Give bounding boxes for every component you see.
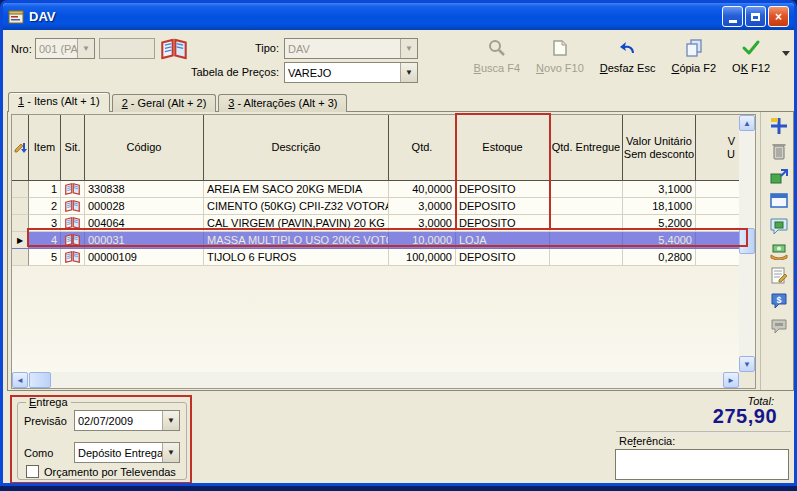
chevron-down-icon[interactable]: ▼	[77, 39, 94, 58]
side-toolbar-divider	[760, 112, 761, 390]
delete-item-icon[interactable]	[767, 139, 791, 163]
copy-icon	[684, 36, 704, 60]
dav-window: DAV × Nro: 001 (PA ▼ Tipo: DAV ▼ Tabela …	[0, 0, 797, 486]
close-button[interactable]: ×	[768, 6, 789, 27]
toolbar: Busca F4 Novo F10 Desfaz Esc Cópia F2 OK…	[466, 34, 778, 84]
scroll-right-icon[interactable]: ►	[723, 372, 739, 388]
previsao-date-combo[interactable]: 02/07/2009 ▼	[74, 410, 180, 431]
como-label: Como	[24, 447, 53, 459]
chevron-down-icon[interactable]: ▼	[162, 443, 179, 462]
entrega-group: Entrega Previsão 02/07/2009 ▼ Como Depós…	[17, 402, 187, 480]
side-toolbar: $	[765, 114, 793, 339]
maximize-button[interactable]	[745, 6, 766, 27]
table-row[interactable]: 5 00000109 TIJOLO 6 FUROS 100,0000 DEPOS…	[12, 249, 739, 266]
open-book-icon	[61, 232, 85, 249]
como-combo[interactable]: Depósito Entrega ▼	[74, 442, 180, 463]
grid-rows: 1 330838 AREIA EM SACO 20KG MEDIA 40,000…	[12, 181, 739, 266]
grid-header: Item Sit. Código Descrição Qtd. Estoque …	[12, 115, 739, 181]
nro-extra-field[interactable]	[99, 38, 155, 59]
vertical-scroll-thumb[interactable]	[739, 228, 755, 254]
referencia-label: Referência:	[619, 435, 675, 447]
table-row[interactable]: 2 000028 CIMENTO (50KG) CPII-Z32 VOTORA …	[12, 198, 739, 215]
grid-corner-cell[interactable]	[12, 115, 29, 181]
nro-label: Nro:	[11, 43, 32, 55]
itens-tab-page: Item Sit. Código Descrição Qtd. Estoque …	[7, 111, 794, 391]
items-grid: Item Sit. Código Descrição Qtd. Estoque …	[11, 114, 756, 389]
undo-icon	[617, 36, 639, 60]
pencil-sort-icon	[14, 141, 27, 154]
tab-geral[interactable]: 2 - Geral (Alt + 2)	[112, 94, 217, 112]
new-doc-icon	[551, 36, 569, 60]
col-header-item[interactable]: Item	[29, 115, 61, 181]
chevron-down-icon[interactable]: ▼	[400, 39, 417, 58]
note-balloon-icon[interactable]	[767, 214, 791, 238]
col-header-qtd[interactable]: Qtd.	[389, 115, 456, 181]
chevron-down-icon[interactable]: ▼	[162, 411, 179, 430]
col-header-descricao[interactable]: Descrição	[204, 115, 389, 181]
svg-text:$: $	[776, 295, 781, 305]
orcamento-televendas-checkbox[interactable]	[26, 465, 39, 478]
add-item-icon[interactable]	[767, 114, 791, 138]
col-header-clipped[interactable]: VU	[696, 115, 739, 181]
row-marker-icon: ▶	[12, 232, 29, 249]
open-book-icon	[61, 198, 85, 215]
previsao-value: 02/07/2009	[75, 415, 162, 427]
window-icon[interactable]	[767, 189, 791, 213]
col-header-estoque[interactable]: Estoque	[456, 115, 550, 181]
app-icon	[8, 9, 24, 25]
col-header-valor-unitario[interactable]: Valor UnitárioSem desconto	[623, 115, 696, 181]
scroll-down-icon[interactable]: ▼	[739, 356, 755, 372]
tabela-precos-label: Tabela de Preços:	[173, 66, 279, 78]
horizontal-scroll-thumb[interactable]	[29, 372, 51, 388]
check-icon	[741, 36, 761, 60]
table-row[interactable]: 1 330838 AREIA EM SACO 20KG MEDIA 40,000…	[12, 181, 739, 198]
orcamento-televendas-label: Orçamento por Televendas	[44, 466, 176, 478]
ok-button[interactable]: OK F12	[724, 34, 778, 84]
scroll-left-icon[interactable]: ◄	[12, 372, 28, 388]
reference-divider	[616, 431, 791, 433]
col-header-qtd-entregue[interactable]: Qtd. Entregue	[550, 115, 623, 181]
tabela-precos-combo[interactable]: VAREJO ▼	[284, 62, 418, 83]
como-value: Depósito Entrega	[75, 447, 162, 459]
catalog-book-icon[interactable]	[161, 38, 187, 60]
edit-document-icon[interactable]	[767, 264, 791, 288]
tipo-value: DAV	[285, 43, 400, 55]
col-header-sit[interactable]: Sit.	[61, 115, 85, 181]
tab-itens[interactable]: 1 - Itens (Alt + 1)	[8, 92, 110, 112]
open-book-icon	[61, 181, 85, 198]
nro-combo[interactable]: 001 (PA ▼	[35, 38, 95, 59]
toolbar-overflow-icon[interactable]	[782, 51, 790, 56]
screen: DAV × Nro: 001 (PA ▼ Tipo: DAV ▼ Tabela …	[0, 0, 797, 491]
table-row-selected[interactable]: ▶ 4 000031 MASSA MULTIPLO USO 20KG VOTO …	[12, 232, 739, 249]
open-book-icon	[61, 249, 85, 266]
nro-value: 001 (PA	[36, 43, 77, 55]
entrega-legend: Entrega	[26, 396, 71, 408]
tab-alteracoes[interactable]: 3 - Alterações (Alt + 3)	[218, 94, 347, 112]
title-bar[interactable]: DAV ×	[3, 3, 794, 30]
grid-horizontal-scrollbar[interactable]: ◄ ►	[12, 372, 739, 388]
search-icon	[487, 36, 507, 60]
window-title: DAV	[29, 9, 55, 24]
tab-strip: 1 - Itens (Alt + 1) 2 - Geral (Alt + 2) …	[8, 92, 349, 112]
tipo-combo[interactable]: DAV ▼	[284, 38, 418, 59]
open-book-icon	[61, 215, 85, 232]
stock-transfer-icon[interactable]	[767, 164, 791, 188]
price-balloon-icon[interactable]: $	[767, 289, 791, 313]
novo-button[interactable]: Novo F10	[528, 34, 592, 84]
previsao-label: Previsão	[24, 415, 67, 427]
table-row[interactable]: 3 004064 CAL VIRGEM (PAVIN,PAVIN) 20 KG …	[12, 215, 739, 232]
tipo-label: Tipo:	[233, 42, 279, 54]
minimize-button[interactable]	[722, 6, 743, 27]
scroll-up-icon[interactable]: ▲	[739, 115, 755, 131]
desfaz-button[interactable]: Desfaz Esc	[592, 34, 664, 84]
payment-hand-icon[interactable]	[767, 239, 791, 263]
chevron-down-icon[interactable]: ▼	[400, 63, 417, 82]
col-header-codigo[interactable]: Código	[85, 115, 204, 181]
copia-button[interactable]: Cópia F2	[663, 34, 724, 84]
total-value: 275,90	[713, 405, 777, 428]
tabela-precos-value: VAREJO	[285, 67, 400, 79]
print-balloon-icon[interactable]	[767, 314, 791, 338]
referencia-input[interactable]	[615, 449, 789, 480]
busca-button[interactable]: Busca F4	[466, 34, 528, 84]
grid-vertical-scrollbar[interactable]: ▲ ▼	[739, 115, 755, 372]
